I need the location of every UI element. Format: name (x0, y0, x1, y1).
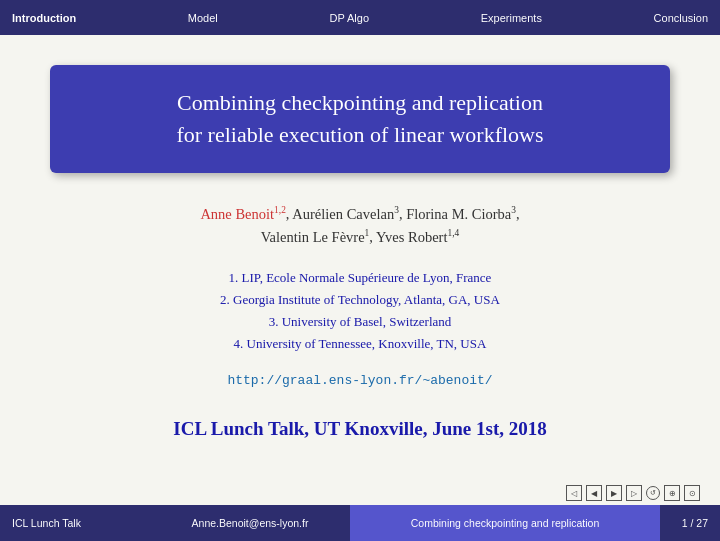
main-content: Combining checkpointing and replication … (0, 35, 720, 500)
affiliation-1: 1. LIP, Ecole Normale Supérieure de Lyon… (220, 267, 500, 289)
nav-forward-icon[interactable]: ▶ (606, 485, 622, 501)
author-florina: Florina M. Ciorba3 (406, 206, 516, 222)
nav-zoom-icon[interactable]: ⊙ (684, 485, 700, 501)
nav-item-model[interactable]: Model (188, 12, 218, 24)
bottom-title: Combining checkpointing and replication (350, 505, 660, 541)
author-yves: Yves Robert1,4 (376, 229, 459, 245)
affiliation-2: 2. Georgia Institute of Technology, Atla… (220, 289, 500, 311)
conference-label: ICL Lunch Talk, UT Knoxville, June 1st, … (173, 418, 546, 440)
nav-circle-icon[interactable]: ↺ (646, 486, 660, 500)
affiliations-section: 1. LIP, Ecole Normale Supérieure de Lyon… (220, 267, 500, 355)
author-valentin: Valentin Le Fèvre1 (261, 229, 370, 245)
authors-section: Anne Benoit1,2, Aurélien Cavelan3, Flori… (200, 203, 519, 249)
affiliation-4: 4. University of Tennessee, Knoxville, T… (220, 333, 500, 355)
nav-next-icon[interactable]: ▷ (626, 485, 642, 501)
author-url[interactable]: http://graal.ens-lyon.fr/~abenoit/ (227, 373, 492, 388)
authors-line1: Anne Benoit1,2, Aurélien Cavelan3, Flori… (200, 203, 519, 226)
affiliation-3: 3. University of Basel, Switzerland (220, 311, 500, 333)
navigation-icons-row: ◁ ◀ ▶ ▷ ↺ ⊕ ⊙ (566, 485, 700, 501)
authors-line2: Valentin Le Fèvre1, Yves Robert1,4 (200, 226, 519, 249)
nav-item-conclusion[interactable]: Conclusion (654, 12, 708, 24)
author-aurelien: Aurélien Cavelan3 (292, 206, 399, 222)
conference-section: ICL Lunch Talk, UT Knoxville, June 1st, … (173, 418, 546, 440)
author-anne-benoit: Anne Benoit1,2 (200, 206, 285, 222)
nav-search-icon[interactable]: ⊕ (664, 485, 680, 501)
nav-item-experiments[interactable]: Experiments (481, 12, 542, 24)
title-box: Combining checkpointing and replication … (50, 65, 670, 173)
bottom-left-label: ICL Lunch Talk (0, 517, 150, 529)
bottom-bar: ICL Lunch Talk Anne.Benoit@ens-lyon.fr C… (0, 505, 720, 541)
top-navigation: Introduction Model DP Algo Experiments C… (0, 0, 720, 35)
bottom-email: Anne.Benoit@ens-lyon.fr (150, 517, 350, 529)
url-section: http://graal.ens-lyon.fr/~abenoit/ (227, 370, 492, 388)
bottom-page: 1 / 27 (660, 517, 720, 529)
presentation-title: Combining checkpointing and replication … (90, 87, 630, 151)
nav-prev-icon[interactable]: ◁ (566, 485, 582, 501)
nav-back-icon[interactable]: ◀ (586, 485, 602, 501)
nav-item-dp-algo[interactable]: DP Algo (330, 12, 370, 24)
nav-item-introduction[interactable]: Introduction (12, 12, 76, 24)
